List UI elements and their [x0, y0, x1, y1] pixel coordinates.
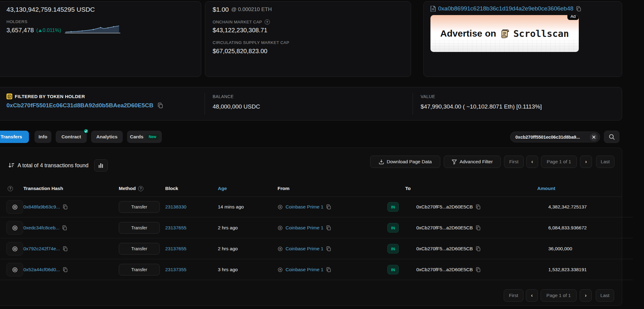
method-button[interactable]: Transfer — [119, 243, 160, 255]
contract-address-link[interactable]: 0xa0b86991c6218b36c1d19d4a2e9eb0ce3606eb… — [438, 5, 574, 12]
ad-banner[interactable]: Advertise on Scrollscan Ad — [430, 15, 579, 52]
pagination-next-button[interactable]: › — [580, 289, 592, 302]
from-address-link[interactable]: Coinbase Prime 1 — [286, 204, 323, 210]
copy-icon[interactable] — [158, 103, 163, 108]
copy-icon[interactable] — [326, 267, 331, 272]
table-body: 0x848fa9b63c9... Transfer 23138330 14 mi… — [0, 196, 634, 280]
verified-check-icon — [83, 129, 89, 134]
method-button[interactable]: Transfer — [119, 222, 160, 234]
transfers-table-card: A total of 4 transactions found Download… — [0, 148, 622, 306]
pagination-last-button[interactable]: Last — [596, 289, 614, 302]
header-block: Block — [165, 186, 178, 191]
contract-card: 0xa0b86991c6218b36c1d19d4a2e9eb0ce3606eb… — [423, 1, 622, 77]
address-target-icon — [278, 246, 283, 252]
total-transactions-text: A total of 4 transactions found — [18, 162, 89, 169]
copy-icon[interactable] — [63, 204, 68, 209]
onchain-market-cap-value: $43,122,230,308.71 — [213, 27, 267, 34]
eye-icon — [12, 204, 18, 210]
block-link[interactable]: 23137655 — [165, 246, 186, 252]
ad-text: Advertise on — [440, 28, 496, 39]
header-age[interactable]: Age — [218, 186, 227, 191]
tab-cards-label: Cards — [130, 134, 143, 140]
search-value[interactable]: 0xcb270ff5501ec06c31d8ba9... — [515, 135, 590, 140]
tab-cards[interactable]: Cards New — [127, 131, 162, 143]
tab-analytics[interactable]: Analytics — [91, 131, 123, 143]
transaction-hash-link[interactable]: 0x792c242f74e... — [23, 246, 60, 252]
search-icon — [609, 134, 615, 140]
tab-info[interactable]: Info — [34, 131, 51, 143]
holders-label: HOLDERS — [6, 19, 27, 24]
pagination-first-button[interactable]: First — [504, 156, 524, 168]
direction-in-badge: IN — [387, 244, 399, 254]
download-label: Download Page Data — [387, 159, 432, 164]
holders-change: (0.011%) — [36, 27, 61, 33]
header-amount[interactable]: Amount — [537, 186, 555, 191]
view-transaction-button[interactable] — [6, 200, 23, 214]
pagination-next-button[interactable]: › — [580, 156, 592, 168]
holder-address-link[interactable]: 0xCb270fF5501Ec06C31d8BA92d0b5BAea2D60E5… — [6, 102, 153, 109]
header-from: From — [278, 186, 290, 191]
market-cap-card: $1.00 @ 0.000210 ETH ONCHAIN MARKET CAP … — [205, 1, 411, 77]
copy-icon[interactable] — [326, 246, 331, 251]
tab-contract[interactable]: Contract — [56, 131, 87, 143]
from-address-link[interactable]: Coinbase Prime 1 — [286, 225, 323, 231]
pagination-first-button[interactable]: First — [504, 289, 523, 302]
tab-transfers[interactable]: Transfers — [0, 131, 29, 143]
direction-in-badge: IN — [387, 223, 399, 233]
filter-search-input[interactable]: 0xcb270ff5501ec06c31d8ba9... — [510, 132, 600, 142]
pagination-prev-button[interactable]: ‹ — [526, 289, 538, 302]
holder-badge-icon — [6, 93, 12, 99]
eye-icon — [12, 225, 18, 231]
direction-in-badge: IN — [387, 202, 399, 212]
from-address-link[interactable]: Coinbase Prime 1 — [286, 246, 323, 252]
from-address-link[interactable]: Coinbase Prime 1 — [286, 267, 323, 272]
circulating-market-cap-value: $67,025,820,823.00 — [213, 48, 267, 55]
method-help-icon[interactable]: ? — [138, 186, 143, 191]
copy-icon[interactable] — [326, 204, 331, 209]
view-transaction-button[interactable] — [6, 221, 23, 235]
amount-value: 36,000,000 — [548, 246, 572, 252]
chart-view-button[interactable] — [94, 159, 108, 172]
copy-icon[interactable] — [62, 225, 67, 230]
method-button[interactable]: Transfer — [119, 264, 160, 275]
ad-brand: Scrollscan — [514, 28, 569, 39]
to-address: 0xCb270fF5...a2D60E5CB — [416, 225, 473, 231]
table-help-icon[interactable]: ? — [8, 186, 13, 191]
ad-badge: Ad — [567, 15, 579, 20]
tab-transfers-label: Transfers — [1, 134, 22, 140]
table-row: 0x52a44cf06d0... Transfer 23137355 3 hrs… — [0, 259, 633, 280]
advanced-filter-button[interactable]: Advanced Filter — [444, 156, 501, 168]
token-supply-card: 43,130,942,759.145295 USDC HOLDERS 3,657… — [0, 1, 201, 77]
age-value: 2 hrs ago — [218, 246, 238, 252]
tab-contract-label: Contract — [62, 134, 81, 140]
block-link[interactable]: 23138330 — [165, 204, 186, 210]
copy-icon[interactable] — [576, 6, 581, 11]
block-link[interactable]: 23137655 — [165, 225, 186, 231]
help-icon[interactable]: ? — [265, 19, 270, 25]
pagination-prev-button[interactable]: ‹ — [526, 156, 538, 168]
pagination-last-button[interactable]: Last — [596, 156, 614, 168]
view-transaction-button[interactable] — [6, 263, 23, 276]
table-row: 0xedc34fc8ceb... Transfer 23137655 2 hrs… — [0, 217, 633, 238]
transaction-hash-link[interactable]: 0xedc34fc8ceb... — [23, 225, 59, 231]
search-button[interactable] — [604, 131, 619, 143]
copy-icon[interactable] — [476, 267, 481, 272]
direction-in-badge: IN — [387, 265, 399, 275]
transaction-hash-link[interactable]: 0x52a44cf06d0... — [23, 267, 60, 272]
clear-search-button[interactable] — [590, 133, 598, 141]
header-to: To — [405, 186, 411, 191]
download-page-data-button[interactable]: Download Page Data — [370, 156, 440, 168]
method-button[interactable]: Transfer — [119, 201, 160, 213]
table-row: 0x792c242f74e... Transfer 23137655 2 hrs… — [0, 238, 633, 259]
eye-icon — [12, 246, 18, 252]
block-link[interactable]: 23137355 — [165, 267, 186, 272]
copy-icon[interactable] — [63, 267, 68, 272]
copy-icon[interactable] — [326, 225, 331, 230]
transaction-hash-link[interactable]: 0x848fa9b63c9... — [23, 204, 60, 210]
amount-value: 6,084,833.936672 — [548, 225, 587, 231]
copy-icon[interactable] — [476, 246, 481, 251]
view-transaction-button[interactable] — [6, 242, 23, 256]
copy-icon[interactable] — [476, 225, 481, 230]
copy-icon[interactable] — [476, 204, 481, 209]
copy-icon[interactable] — [63, 246, 68, 251]
